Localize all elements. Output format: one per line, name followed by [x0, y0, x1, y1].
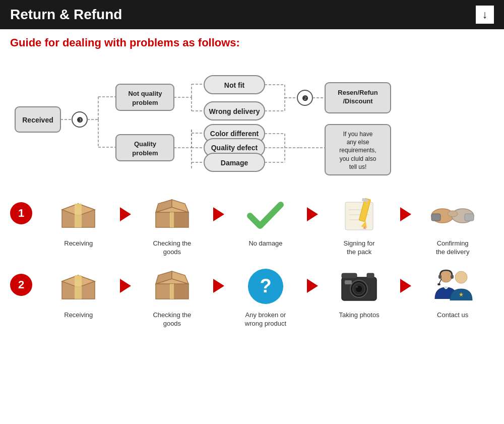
svg-text:problem: problem	[132, 149, 158, 157]
svg-text:If you have: If you have	[343, 131, 373, 138]
svg-rect-100	[345, 280, 352, 284]
handshake-icon	[427, 192, 478, 237]
steps-section: 1 Receiving	[0, 192, 504, 328]
pkg-open-2-icon	[147, 264, 197, 309]
arrow-2	[213, 207, 224, 221]
svg-rect-105	[437, 283, 440, 285]
step-1-checking: Checking thegoods	[131, 192, 214, 257]
svg-marker-88	[172, 284, 188, 299]
step-1-nodamage: No damage	[224, 192, 307, 248]
svg-point-106	[455, 271, 467, 283]
step-1-row: 1 Receiving	[5, 192, 499, 257]
pencil-icon	[334, 192, 385, 237]
arrow-3	[307, 207, 318, 221]
svg-text:tell us!: tell us!	[349, 163, 367, 170]
step-2-checking-label: Checking thegoods	[153, 311, 191, 328]
svg-text:Damage: Damage	[221, 159, 248, 167]
person-icon	[427, 264, 478, 309]
flowchart-svg: Received ❸ Not quality problem Quality p…	[10, 56, 504, 185]
svg-rect-103	[451, 275, 454, 279]
svg-text:❸: ❸	[77, 116, 83, 124]
question-circle: ?	[248, 269, 283, 304]
svg-text:Color different: Color different	[210, 130, 259, 138]
svg-point-97	[356, 286, 358, 288]
step-2-photos-label: Taking photos	[339, 311, 379, 320]
svg-text:any else: any else	[347, 139, 369, 146]
step-1-nodamage-label: No damage	[248, 239, 282, 248]
svg-rect-102	[438, 275, 442, 279]
header: Return & Refund ↓	[0, 0, 504, 29]
svg-rect-92	[170, 284, 174, 299]
checkmark-icon	[240, 192, 291, 237]
svg-text:Not fit: Not fit	[224, 81, 245, 89]
step-2-number: 2	[10, 274, 32, 296]
svg-text:❷: ❷	[302, 94, 308, 102]
svg-rect-69	[170, 212, 174, 227]
svg-text:Not quality: Not quality	[128, 90, 162, 97]
guide-title: Guide for dealing with problems as follo…	[10, 36, 494, 49]
camera-icon	[334, 264, 385, 309]
question-mark-icon: ?	[240, 264, 291, 309]
guide-section: Guide for dealing with problems as follo…	[0, 29, 504, 192]
header-title: Return & Refund	[10, 7, 122, 23]
svg-text:problem: problem	[132, 99, 158, 106]
step-1-signing: Signing forthe pack	[318, 192, 401, 257]
svg-rect-99	[342, 273, 357, 278]
svg-text:Received: Received	[22, 116, 53, 124]
step-1-confirming-label: Confirmingthe delivery	[436, 239, 469, 257]
arrow-6	[213, 279, 224, 293]
main-container: Return & Refund ↓ Guide for dealing with…	[0, 0, 504, 424]
svg-text:requirements,: requirements,	[339, 147, 376, 154]
svg-text:Quality: Quality	[134, 140, 157, 148]
step-2-row: 2 Receiving	[5, 264, 499, 328]
svg-rect-10	[116, 84, 174, 110]
step-1-signing-label: Signing forthe pack	[344, 239, 375, 257]
pkg-open-icon	[147, 192, 197, 237]
svg-rect-13	[116, 135, 174, 161]
svg-text:you cluld also: you cluld also	[340, 155, 376, 162]
step-1-confirming: Confirmingthe delivery	[411, 192, 494, 257]
svg-line-104	[439, 279, 442, 284]
step-2-items: Receiving	[37, 264, 494, 328]
arrow-4	[400, 207, 411, 221]
pkg-closed-icon	[53, 192, 104, 237]
step-1-receiving-label: Receiving	[64, 239, 93, 248]
step-2-checking: Checking thegoods	[131, 264, 214, 328]
step-2-broken: ? Any broken orwrong product	[224, 264, 307, 328]
svg-point-82	[448, 211, 458, 217]
svg-marker-65	[172, 212, 188, 227]
step-2-receiving: Receiving	[37, 264, 120, 320]
step-2-receiving-label: Receiving	[64, 311, 93, 320]
step-1-receiving: Receiving	[37, 192, 120, 248]
svg-marker-64	[156, 212, 172, 227]
arrow-8	[400, 279, 411, 293]
svg-text:/Discount: /Discount	[343, 97, 373, 105]
svg-marker-87	[156, 284, 172, 299]
arrow-icon: ↓	[476, 6, 494, 24]
svg-rect-80	[431, 214, 440, 221]
step-2-contact-label: Contact us	[437, 311, 468, 320]
step-2-photos: Taking photos	[318, 264, 401, 320]
svg-rect-81	[465, 214, 474, 221]
arrow-7	[307, 279, 318, 293]
arrow-5	[120, 279, 131, 293]
step-2-contact: Contact us	[411, 264, 494, 320]
svg-text:Quality defect: Quality defect	[211, 144, 258, 152]
step-1-checking-label: Checking thegoods	[153, 239, 191, 257]
step-2-broken-label: Any broken orwrong product	[245, 311, 286, 328]
arrow-1	[120, 207, 131, 221]
step-1-number: 1	[10, 202, 32, 224]
svg-text:Wrong delivery: Wrong delivery	[209, 107, 260, 115]
pkg-closed-2-icon	[53, 264, 104, 309]
svg-rect-98	[367, 273, 374, 278]
step-1-items: Receiving	[37, 192, 494, 257]
svg-text:Resen/Refun: Resen/Refun	[338, 89, 378, 96]
